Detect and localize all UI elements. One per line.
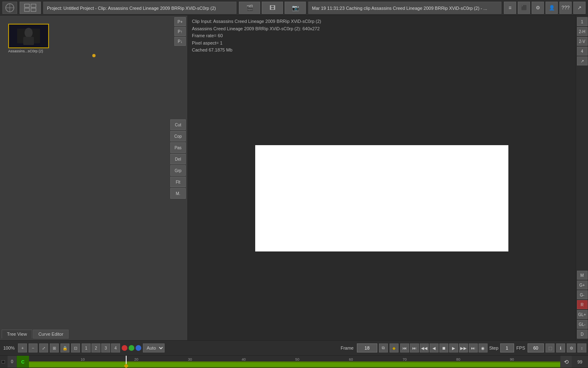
media-buttons: 🎬 🎞 📷 [239,2,306,14]
zoom-minus-btn[interactable]: − [29,343,38,352]
clip-thumbnail[interactable] [8,24,49,48]
status-bar: Mar 19 11:31:23 Caching clip Assassins C… [308,2,501,14]
settings-icon-btn[interactable]: ⚙ [532,2,544,14]
view-1-btn[interactable]: 1 [577,17,588,26]
left-side-buttons: P+ P↑ P↓ [173,16,187,47]
clip-info-line4: Pixel aspect= 1 [192,40,572,47]
settings-btn[interactable]: ⚙ [567,343,576,352]
list-icon-btn[interactable]: ≡ [504,2,516,14]
red-dot[interactable] [122,345,127,351]
frame-num-2[interactable]: 2 [91,343,100,352]
step-input[interactable] [500,343,514,352]
timeline-start-indicator[interactable] [2,360,5,364]
clip-info-line5: Cached 67.1875 Mb [192,47,572,54]
playback-bar: 100% + − ⤢ ⊞ 🔒 ⊡ 1 2 3 4 Auto Frame ⧉ ◆ … [0,340,588,356]
logo [2,2,17,14]
fps-label: FPS [516,346,526,350]
view-4-btn[interactable]: 4 [577,47,588,56]
glminus-btn[interactable]: GL- [577,320,588,329]
timeline-track[interactable]: 10 20 30 40 50 60 70 80 90 [29,356,560,368]
zoom-level: 100% [2,346,16,350]
frame-num-4[interactable]: 4 [111,343,120,352]
top-bar: Project: Untitled Project - Clip: Assass… [0,0,588,16]
go-start-btn[interactable]: ⏮ [400,343,409,352]
back-far-btn[interactable]: ⏭ [410,343,419,352]
frame-num-1[interactable]: 1 [82,343,91,352]
frame-number-btns: 1 2 3 4 [82,343,120,352]
glplus-btn[interactable]: GL+ [577,310,588,319]
view-2v-btn[interactable]: 2-V [577,37,588,46]
svg-rect-6 [31,8,36,11]
view-expand-btn[interactable]: ↗ [577,56,588,65]
clip-info-line1: Clip Input: Assassins Creed Lineage 2009… [192,18,572,25]
left-panel: Assassins...sC0rp (2) P+ P↑ P↓ Cut Cop P… [0,16,188,340]
fit-btn[interactable]: ⤢ [39,343,48,352]
svg-rect-3 [24,4,29,7]
snap-btn[interactable]: ⊡ [71,343,80,352]
p-plus-btn[interactable]: P+ [174,17,186,26]
layout-btn1[interactable]: ⬚ [546,343,555,352]
zoom-plus-btn[interactable]: + [18,343,27,352]
back-btn[interactable]: ◀ [430,343,439,352]
frame-num-3[interactable]: 3 [101,343,110,352]
display-icon-btn[interactable]: ⬛ [518,2,530,14]
curve-editor-tab[interactable]: Curve Editor [33,330,69,339]
r-btn[interactable]: R [577,300,588,309]
thumbnail-btn[interactable]: ⧉ [379,343,388,352]
layout-btn2[interactable]: ℹ [556,343,565,352]
view-2h-btn[interactable]: 2-H [577,27,588,36]
cut-btn[interactable]: Cut [170,119,186,130]
clip-info-line2: Assassins Creed Lineage 2009 BRRip XViD-… [192,25,572,33]
media-btn-1[interactable]: 🎬 [239,2,260,14]
stop-btn[interactable]: ⏹ [439,343,448,352]
playback-controls: ⏮ ⏭ ◀◀ ◀ ⏹ ▶ ▶▶ ⏭ ◉ [400,343,488,352]
media-btn-3[interactable]: 📷 [285,2,306,14]
go-end-btn[interactable]: ⏭ [469,343,478,352]
paste-btn[interactable]: Pas [170,142,186,153]
m-btn[interactable]: M [577,271,588,280]
expand-icon-btn[interactable]: ↗ [573,2,586,14]
frame-label: Frame [339,346,355,350]
lock-btn[interactable]: 🔒 [60,343,69,352]
p-down-btn[interactable]: P↓ [174,37,186,46]
d-btn[interactable]: D [577,330,588,339]
auto-select-dropdown[interactable]: Auto [143,343,165,352]
help-icon-btn[interactable]: ??? [559,2,572,14]
svg-rect-5 [24,8,29,11]
p1-btn[interactable]: P↑ [174,27,186,36]
timeline-zero: 0 [8,356,17,368]
tree-view-tab[interactable]: Tree View [2,330,32,339]
fwd-btn[interactable]: ▶▶ [459,343,468,352]
copy-btn[interactable]: Cop [170,131,186,141]
gplus-btn[interactable]: G+ [577,280,588,289]
green-dot[interactable] [129,345,134,351]
fps-input[interactable] [528,343,544,352]
project-title: Project: Untitled Project - Clip: Assass… [43,2,236,14]
group-btn[interactable]: Grp [170,165,186,176]
preview-area [188,56,576,340]
gminus-btn[interactable]: G- [577,290,588,299]
filter-btn[interactable]: Flt [170,177,186,187]
prev-frame-btn[interactable]: ◀◀ [420,343,429,352]
extra-btn[interactable]: ↕ [577,343,586,352]
record-btn[interactable]: ◉ [479,343,488,352]
timeline-loop-btn[interactable]: ⟲ [560,356,572,368]
play-btn[interactable]: ▶ [449,343,458,352]
user-icon-btn[interactable]: 👤 [546,2,558,14]
keyframe-btn[interactable]: ◆ [390,343,399,352]
svg-rect-11 [9,25,48,47]
clip-dot [92,54,96,57]
c-button[interactable]: C [17,356,29,368]
step-label: Step [489,346,499,350]
main-area: Assassins...sC0rp (2) P+ P↑ P↓ Cut Cop P… [0,16,588,340]
view-mode-btn[interactable]: ⊞ [50,343,59,352]
blue-dot[interactable] [136,345,141,351]
more-btn[interactable]: M. [170,188,186,199]
media-btn-2[interactable]: 🎞 [262,2,283,14]
frame-input[interactable] [357,343,377,352]
preview-canvas [255,145,508,251]
timeline-area: 0 C 10 20 30 40 50 60 70 80 90 ⟲ 99 [0,356,588,368]
clip-label: Assassins...sC0rp (2) [8,49,43,53]
grid-btn[interactable] [20,2,41,14]
delete-btn[interactable]: Del [170,154,186,164]
